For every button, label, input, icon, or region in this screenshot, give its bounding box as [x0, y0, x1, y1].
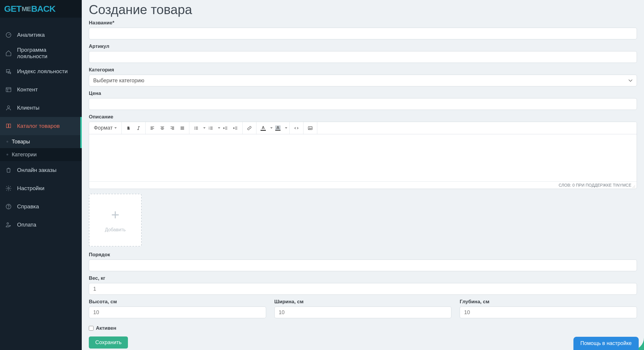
link-button[interactable]: [244, 123, 254, 133]
home-icon: [5, 50, 12, 56]
label-sku: Артикул: [89, 43, 637, 49]
editor-textarea[interactable]: [89, 134, 637, 181]
svg-point-7: [194, 127, 195, 127]
outdent-button[interactable]: [221, 123, 231, 133]
gauge-icon: [5, 32, 12, 38]
label-name: Название*: [89, 20, 637, 26]
category-select[interactable]: Выберите категорию: [89, 75, 637, 86]
code-button[interactable]: [291, 123, 301, 133]
text-color-dropdown[interactable]: [268, 123, 273, 133]
sidebar-item-orders[interactable]: Онлайн заказы: [0, 161, 82, 179]
gear-icon: [5, 185, 12, 192]
svg-point-2: [7, 106, 9, 108]
sidebar-item-label: Справка: [17, 203, 39, 210]
plus-icon: +: [111, 208, 119, 222]
price-input[interactable]: [89, 98, 637, 110]
bg-color-dropdown[interactable]: [283, 123, 288, 133]
align-left-button[interactable]: [147, 123, 157, 133]
editor-status: СЛОВ: 0 ПРИ ПОДДЕРЖКЕ TINYMCE: [89, 181, 637, 189]
label-height: Высота, см: [89, 299, 266, 305]
sidebar-item-loyalty-program[interactable]: Программа лояльности: [0, 44, 82, 62]
sidebar-item-label: Настройки: [17, 185, 44, 192]
indent-button[interactable]: [231, 123, 241, 133]
svg-point-9: [194, 129, 195, 129]
depth-input[interactable]: [460, 307, 637, 318]
sidebar-item-clients[interactable]: Клиенты: [0, 99, 82, 117]
sidebar-sub-label: Товары: [12, 139, 30, 145]
align-center-button[interactable]: [157, 123, 167, 133]
italic-button[interactable]: [134, 123, 144, 133]
sidebar-item-help[interactable]: Справка: [0, 197, 82, 216]
page-title: Создание товара: [89, 2, 637, 17]
user-icon: [5, 105, 12, 111]
sidebar-item-label: Клиенты: [17, 105, 39, 111]
label-weight: Вес, кг: [89, 275, 637, 281]
label-description: Описание: [89, 114, 637, 120]
main: Создание товара Название* Артикул Катего…: [82, 0, 644, 350]
sidebar-item-label: Оплата: [17, 222, 36, 228]
weight-input[interactable]: [89, 283, 637, 295]
sidebar-item-settings[interactable]: Настройки: [0, 179, 82, 197]
name-input[interactable]: [89, 28, 637, 39]
image-button[interactable]: [305, 123, 315, 133]
text-color-button[interactable]: A: [258, 123, 268, 133]
rich-editor: Формат 123: [89, 122, 637, 189]
svg-point-3: [8, 187, 9, 189]
label-category: Категория: [89, 67, 637, 73]
logo-part-me: ME: [22, 5, 31, 13]
number-list-button[interactable]: 123: [206, 123, 216, 133]
logo: GETMEBACK: [0, 0, 82, 18]
sidebar-item-content[interactable]: Контент: [0, 81, 82, 99]
sidebar-item-payment[interactable]: Оплата: [0, 216, 82, 234]
number-list-dropdown[interactable]: [216, 123, 221, 133]
sidebar: GETMEBACK Аналитика Программа лояльности…: [0, 0, 82, 350]
save-button[interactable]: Сохранить: [89, 336, 128, 349]
book-icon: [5, 123, 12, 129]
height-input[interactable]: [89, 307, 266, 318]
bag-icon: [5, 167, 12, 173]
format-dropdown[interactable]: Формат: [91, 123, 120, 133]
align-right-button[interactable]: [167, 123, 177, 133]
svg-point-8: [194, 128, 195, 128]
svg-point-5: [8, 208, 9, 208]
label-depth: Глубина, см: [460, 299, 637, 305]
layout-icon: [5, 86, 12, 93]
sidebar-subnav: Товары Категории: [0, 135, 82, 161]
bg-color-button[interactable]: A: [273, 123, 283, 133]
chat-icon: [5, 68, 12, 75]
logo-part-get: GET: [4, 4, 21, 14]
logo-part-back: BACK: [31, 4, 56, 14]
svg-text:3: 3: [208, 128, 209, 130]
svg-rect-1: [6, 88, 11, 92]
sidebar-sub-products[interactable]: Товары: [0, 135, 82, 148]
editor-toolbar: Формат 123: [89, 122, 637, 134]
active-checkbox[interactable]: [89, 326, 94, 331]
sidebar-item-analytics[interactable]: Аналитика: [0, 26, 82, 44]
label-price: Цена: [89, 91, 637, 96]
resize-grip[interactable]: [632, 185, 635, 188]
sidebar-sub-categories[interactable]: Категории: [0, 148, 82, 161]
hand-coin-icon: [5, 222, 12, 228]
sidebar-item-label: Индекс лояльности: [17, 68, 68, 75]
sidebar-item-label: Аналитика: [17, 32, 45, 38]
width-input[interactable]: [274, 307, 452, 318]
label-active[interactable]: Активен: [96, 325, 116, 331]
order-input[interactable]: [89, 259, 637, 271]
label-width: Ширина, см: [274, 299, 452, 305]
nav: Аналитика Программа лояльности Индекс ло…: [0, 18, 82, 350]
svg-point-6: [7, 223, 9, 225]
sidebar-item-label: Онлайн заказы: [17, 167, 56, 173]
bullet-list-button[interactable]: [191, 123, 201, 133]
help-widget[interactable]: Помощь в настройке: [573, 337, 639, 350]
sidebar-sub-label: Категории: [12, 152, 36, 158]
label-order: Порядок: [89, 252, 637, 258]
bold-button[interactable]: [124, 123, 134, 133]
align-justify-button[interactable]: [177, 123, 187, 133]
sidebar-item-catalog[interactable]: Каталог товаров: [0, 117, 82, 135]
help-icon: [5, 203, 12, 210]
sku-input[interactable]: [89, 51, 637, 63]
bullet-list-dropdown[interactable]: [201, 123, 206, 133]
sidebar-item-label: Программа лояльности: [17, 47, 76, 60]
add-image-button[interactable]: + Добавить: [89, 194, 142, 247]
sidebar-item-loyalty-index[interactable]: Индекс лояльности: [0, 62, 82, 81]
